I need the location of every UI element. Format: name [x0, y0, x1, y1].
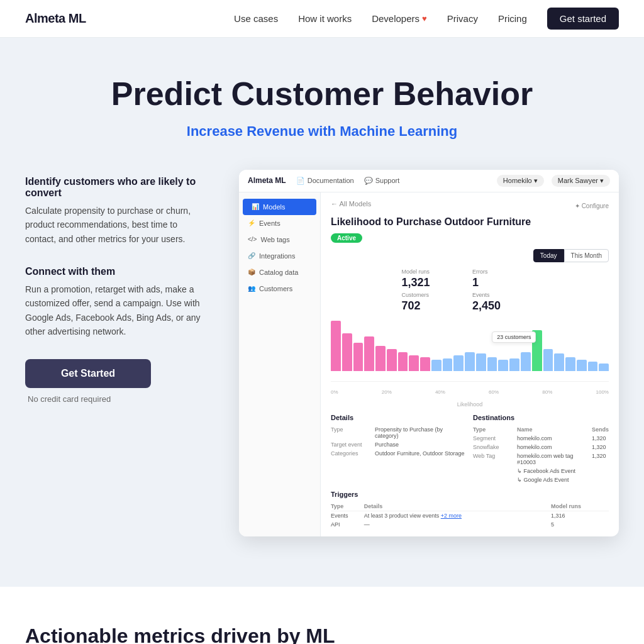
chart-bar — [353, 343, 364, 371]
chart-bar — [443, 358, 453, 371]
chart-bar — [375, 346, 386, 371]
dash-body: 📊 Models ⚡ Events </> Web tags 🔗 Integra… — [239, 192, 619, 536]
catalog-icon: 📦 — [248, 269, 255, 275]
triggers-section: Triggers Type Details Model runs Events … — [331, 491, 609, 529]
chart-bar — [543, 349, 553, 371]
chart-bar — [387, 349, 397, 371]
get-started-button[interactable]: Get Started — [25, 359, 151, 388]
stats-grid: Model runs 1,321 Errors 1 — [331, 269, 609, 289]
chart-bar — [431, 360, 441, 371]
nav-pricing[interactable]: Pricing — [498, 13, 527, 24]
table-row: API — 5 — [331, 520, 609, 529]
chart-bar — [577, 360, 587, 371]
dashboard-screenshot: Almeta ML 📄 Documentation 💬 Support Home… — [239, 170, 619, 536]
sidebar-item-webtags[interactable]: </> Web tags — [239, 231, 320, 248]
table-row: Type Propensity to Purchase (by category… — [331, 425, 467, 440]
table-header-row: Type Details Model runs — [331, 502, 609, 511]
chart-bar — [398, 352, 408, 371]
dash-documentation: 📄 Documentation — [296, 177, 354, 185]
hero-title: Predict Customer Behavior — [25, 75, 619, 113]
chart-bar — [487, 357, 497, 371]
chart-bar — [599, 364, 609, 371]
stat-customers: Customers 702 — [402, 292, 468, 313]
chart-bar — [342, 333, 352, 371]
dash-support: 💬 Support — [364, 177, 400, 185]
dash-breadcrumb[interactable]: ← All Models — [331, 200, 371, 208]
date-tab-month[interactable]: This Month — [564, 249, 609, 262]
chart-tooltip: 23 customers — [492, 331, 536, 343]
events-icon: ⚡ — [248, 219, 255, 226]
dash-details: Details Type Propensity to Purchase (by … — [331, 414, 609, 484]
dash-homekilo[interactable]: Homekilo ▾ — [497, 175, 544, 187]
navbar: Almeta ML Use cases How it works Develop… — [0, 0, 644, 38]
stat-placeholder — [543, 269, 609, 289]
chart-bar — [498, 360, 508, 371]
sidebar-item-customers[interactable]: 👥 Customers — [239, 280, 320, 297]
active-badge: Active — [331, 233, 362, 243]
table-row: Type Name Sends — [473, 425, 609, 434]
date-tab-today[interactable]: Today — [533, 249, 564, 262]
sidebar-item-catalog[interactable]: 📦 Catalog data — [239, 264, 320, 280]
details-section: Details Type Propensity to Purchase (by … — [331, 414, 467, 484]
stat-spacer — [331, 269, 397, 289]
stat-model-runs: Model runs 1,321 — [402, 269, 468, 289]
integrations-icon: 🔗 — [248, 252, 255, 259]
likelihood-chart: 23 customers — [331, 319, 609, 382]
chart-bar — [364, 336, 374, 371]
configure-button[interactable]: ✦ Configure — [575, 203, 609, 209]
stat-spacer2 — [331, 292, 397, 313]
chart-bar — [420, 357, 430, 371]
stat-errors: Errors 1 — [472, 269, 538, 289]
stats-grid-2: Customers 702 Events 2,450 — [331, 292, 609, 313]
nav-use-cases[interactable]: Use cases — [234, 13, 278, 24]
dash-main: ← All Models ✦ Configure Likelihood to P… — [321, 192, 619, 536]
sidebar-item-models[interactable]: 📊 Models — [243, 199, 316, 215]
dash-brand: Almeta ML — [248, 176, 286, 185]
chart-bar — [453, 355, 464, 371]
chart-bar — [565, 357, 575, 371]
nav-how-it-works[interactable]: How it works — [298, 13, 352, 24]
sidebar-item-events[interactable]: ⚡ Events — [239, 215, 320, 231]
table-row: ↳ Google Ads Event — [473, 475, 609, 484]
chart-bar — [509, 358, 519, 371]
hero-subtitle: Increase Revenue with Machine Learning — [25, 123, 619, 140]
no-credit-label: No credit card required — [28, 394, 201, 404]
chart-bar — [588, 362, 598, 371]
sidebar-item-integrations[interactable]: 🔗 Integrations — [239, 248, 320, 264]
chart-bar — [476, 353, 486, 371]
dash-user[interactable]: Mark Sawyer ▾ — [552, 175, 610, 187]
table-row: Web Tag homekilo.com web tag #10003 1,32… — [473, 452, 609, 467]
chart-bar — [554, 353, 564, 371]
hero-content: Identify customers who are likely to con… — [25, 170, 619, 536]
table-row: Segment homekilo.com 1,320 — [473, 434, 609, 443]
chart-bar — [465, 352, 475, 371]
more-link[interactable]: +2 more — [441, 513, 462, 519]
feature-connect-desc: Run a promotion, retarget with ads, make… — [25, 282, 201, 339]
table-row: Snowflake homekilo.com 1,320 — [473, 443, 609, 452]
feature-identify-desc: Calculate propensity to purchase or chur… — [25, 204, 201, 246]
dash-nav-right: Homekilo ▾ Mark Sawyer ▾ — [497, 175, 610, 187]
bottom-section: Actionable metrics driven by ML Gain ins… — [0, 587, 644, 644]
chart-bar — [409, 355, 419, 371]
nav-developers[interactable]: Developers ♥ — [372, 13, 427, 24]
customers-icon: 👥 — [248, 285, 255, 292]
nav-cta-button[interactable]: Get started — [547, 8, 619, 30]
webtags-icon: </> — [248, 236, 257, 243]
nav-logo[interactable]: Almeta ML — [25, 11, 86, 26]
stat-events: Events 2,450 — [472, 292, 538, 313]
details-table: Type Propensity to Purchase (by category… — [331, 425, 467, 458]
destinations-section: Destinations Type Name Sends Segment hom… — [473, 414, 609, 484]
triggers-table: Type Details Model runs Events At least … — [331, 502, 609, 529]
chart-x-labels: 0% 20% 40% 60% 80% 100% — [331, 389, 609, 395]
table-row: Target event Purchase — [331, 440, 467, 449]
table-row: Categories Outdoor Furniture, Outdoor St… — [331, 449, 467, 458]
chart-bar — [331, 321, 341, 371]
date-tabs: Today This Month — [533, 249, 609, 262]
stat-placeholder2 — [543, 292, 609, 313]
nav-privacy[interactable]: Privacy — [447, 13, 478, 24]
bottom-title: Actionable metrics driven by ML — [25, 625, 619, 644]
models-icon: 📊 — [252, 203, 259, 210]
dash-nav: Almeta ML 📄 Documentation 💬 Support Home… — [239, 170, 619, 192]
x-axis-label: Likelihood — [331, 401, 609, 408]
heart-icon: ♥ — [422, 14, 427, 23]
